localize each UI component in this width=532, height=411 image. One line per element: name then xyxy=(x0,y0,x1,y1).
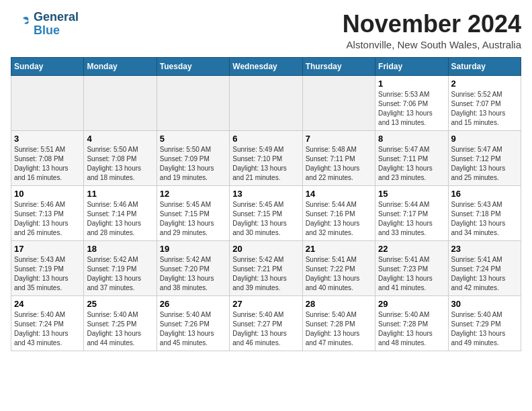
day-info: Sunrise: 5:45 AMSunset: 7:15 PMDaylight:… xyxy=(232,200,299,238)
day-number: 28 xyxy=(306,299,372,309)
day-info: Sunrise: 5:50 AMSunset: 7:08 PMDaylight:… xyxy=(87,145,153,183)
location-subtitle: Alstonville, New South Wales, Australia xyxy=(343,39,521,50)
day-number: 30 xyxy=(451,299,518,309)
day-number: 4 xyxy=(87,134,153,144)
day-number: 25 xyxy=(87,299,153,309)
calendar-cell: 24Sunrise: 5:40 AMSunset: 7:24 PMDayligh… xyxy=(11,295,84,351)
day-info: Sunrise: 5:40 AMSunset: 7:27 PMDaylight:… xyxy=(232,310,299,348)
logo-line1: General xyxy=(34,11,79,24)
day-info: Sunrise: 5:41 AMSunset: 7:22 PMDaylight:… xyxy=(306,255,372,293)
col-header-tuesday: Tuesday xyxy=(157,57,229,75)
day-info: Sunrise: 5:50 AMSunset: 7:09 PMDaylight:… xyxy=(160,145,226,183)
calendar-cell: 14Sunrise: 5:44 AMSunset: 7:16 PMDayligh… xyxy=(302,185,375,240)
calendar-cell: 26Sunrise: 5:40 AMSunset: 7:26 PMDayligh… xyxy=(157,295,229,351)
day-info: Sunrise: 5:47 AMSunset: 7:11 PMDaylight:… xyxy=(378,145,445,183)
day-info: Sunrise: 5:42 AMSunset: 7:20 PMDaylight:… xyxy=(160,255,226,293)
calendar-cell xyxy=(11,75,84,130)
calendar-cell: 6Sunrise: 5:49 AMSunset: 7:10 PMDaylight… xyxy=(230,130,302,185)
calendar-cell xyxy=(230,75,302,130)
day-number: 22 xyxy=(378,244,445,254)
day-info: Sunrise: 5:44 AMSunset: 7:17 PMDaylight:… xyxy=(378,200,445,238)
calendar-cell xyxy=(157,75,229,130)
col-header-friday: Friday xyxy=(375,57,448,75)
calendar-cell: 4Sunrise: 5:50 AMSunset: 7:08 PMDaylight… xyxy=(84,130,157,185)
day-number: 29 xyxy=(378,299,445,309)
calendar-cell: 29Sunrise: 5:40 AMSunset: 7:28 PMDayligh… xyxy=(375,295,448,351)
calendar-cell: 7Sunrise: 5:48 AMSunset: 7:11 PMDaylight… xyxy=(302,130,375,185)
calendar-week-row: 3Sunrise: 5:51 AMSunset: 7:08 PMDaylight… xyxy=(11,130,521,185)
col-header-saturday: Saturday xyxy=(448,57,521,75)
day-info: Sunrise: 5:47 AMSunset: 7:12 PMDaylight:… xyxy=(451,145,518,183)
day-number: 14 xyxy=(306,189,372,199)
day-number: 6 xyxy=(232,134,299,144)
calendar-cell: 19Sunrise: 5:42 AMSunset: 7:20 PMDayligh… xyxy=(157,240,229,295)
calendar-cell: 30Sunrise: 5:40 AMSunset: 7:29 PMDayligh… xyxy=(448,295,521,351)
logo-line2: Blue xyxy=(34,24,79,38)
calendar-cell: 9Sunrise: 5:47 AMSunset: 7:12 PMDaylight… xyxy=(448,130,521,185)
calendar-cell: 28Sunrise: 5:40 AMSunset: 7:28 PMDayligh… xyxy=(302,295,375,351)
calendar-cell: 13Sunrise: 5:45 AMSunset: 7:15 PMDayligh… xyxy=(230,185,302,240)
logo-bird-icon xyxy=(11,14,31,34)
day-info: Sunrise: 5:40 AMSunset: 7:26 PMDaylight:… xyxy=(160,310,226,348)
day-number: 1 xyxy=(378,79,445,89)
day-number: 11 xyxy=(87,189,153,199)
day-info: Sunrise: 5:40 AMSunset: 7:24 PMDaylight:… xyxy=(14,310,81,348)
day-number: 17 xyxy=(14,244,81,254)
calendar-week-row: 10Sunrise: 5:46 AMSunset: 7:13 PMDayligh… xyxy=(11,185,521,240)
col-header-monday: Monday xyxy=(84,57,157,75)
calendar-cell: 18Sunrise: 5:42 AMSunset: 7:19 PMDayligh… xyxy=(84,240,157,295)
header: General Blue November 2024 Alstonville, … xyxy=(11,11,521,50)
day-number: 19 xyxy=(160,244,226,254)
calendar-cell: 10Sunrise: 5:46 AMSunset: 7:13 PMDayligh… xyxy=(11,185,84,240)
day-info: Sunrise: 5:52 AMSunset: 7:07 PMDaylight:… xyxy=(451,90,518,128)
day-info: Sunrise: 5:40 AMSunset: 7:28 PMDaylight:… xyxy=(306,310,372,348)
day-number: 24 xyxy=(14,299,81,309)
calendar-cell xyxy=(84,75,157,130)
day-info: Sunrise: 5:46 AMSunset: 7:13 PMDaylight:… xyxy=(14,200,81,238)
day-number: 7 xyxy=(306,134,372,144)
calendar-cell: 22Sunrise: 5:41 AMSunset: 7:23 PMDayligh… xyxy=(375,240,448,295)
calendar-cell: 15Sunrise: 5:44 AMSunset: 7:17 PMDayligh… xyxy=(375,185,448,240)
calendar-table: SundayMondayTuesdayWednesdayThursdayFrid… xyxy=(11,57,521,351)
day-info: Sunrise: 5:51 AMSunset: 7:08 PMDaylight:… xyxy=(14,145,81,183)
col-header-wednesday: Wednesday xyxy=(230,57,302,75)
day-info: Sunrise: 5:44 AMSunset: 7:16 PMDaylight:… xyxy=(306,200,372,238)
day-info: Sunrise: 5:48 AMSunset: 7:11 PMDaylight:… xyxy=(306,145,372,183)
calendar-week-row: 1Sunrise: 5:53 AMSunset: 7:06 PMDaylight… xyxy=(11,75,521,130)
calendar-week-row: 17Sunrise: 5:43 AMSunset: 7:19 PMDayligh… xyxy=(11,240,521,295)
day-info: Sunrise: 5:43 AMSunset: 7:18 PMDaylight:… xyxy=(451,200,518,238)
day-number: 15 xyxy=(378,189,445,199)
day-info: Sunrise: 5:53 AMSunset: 7:06 PMDaylight:… xyxy=(378,90,445,128)
calendar-cell: 11Sunrise: 5:46 AMSunset: 7:14 PMDayligh… xyxy=(84,185,157,240)
col-header-sunday: Sunday xyxy=(11,57,84,75)
day-info: Sunrise: 5:43 AMSunset: 7:19 PMDaylight:… xyxy=(14,255,81,293)
day-info: Sunrise: 5:40 AMSunset: 7:29 PMDaylight:… xyxy=(451,310,518,348)
calendar-cell: 16Sunrise: 5:43 AMSunset: 7:18 PMDayligh… xyxy=(448,185,521,240)
day-number: 21 xyxy=(306,244,372,254)
day-number: 10 xyxy=(14,189,81,199)
day-number: 16 xyxy=(451,189,518,199)
day-number: 3 xyxy=(14,134,81,144)
calendar-cell: 8Sunrise: 5:47 AMSunset: 7:11 PMDaylight… xyxy=(375,130,448,185)
day-info: Sunrise: 5:42 AMSunset: 7:19 PMDaylight:… xyxy=(87,255,153,293)
day-number: 8 xyxy=(378,134,445,144)
day-info: Sunrise: 5:41 AMSunset: 7:24 PMDaylight:… xyxy=(451,255,518,293)
calendar-cell: 20Sunrise: 5:42 AMSunset: 7:21 PMDayligh… xyxy=(230,240,302,295)
calendar-cell: 1Sunrise: 5:53 AMSunset: 7:06 PMDaylight… xyxy=(375,75,448,130)
day-number: 12 xyxy=(160,189,226,199)
day-info: Sunrise: 5:42 AMSunset: 7:21 PMDaylight:… xyxy=(232,255,299,293)
day-info: Sunrise: 5:49 AMSunset: 7:10 PMDaylight:… xyxy=(232,145,299,183)
day-number: 5 xyxy=(160,134,226,144)
day-number: 9 xyxy=(451,134,518,144)
day-number: 13 xyxy=(232,189,299,199)
month-title: November 2024 xyxy=(343,11,521,38)
logo: General Blue xyxy=(11,11,79,38)
day-number: 20 xyxy=(232,244,299,254)
calendar-cell: 3Sunrise: 5:51 AMSunset: 7:08 PMDaylight… xyxy=(11,130,84,185)
day-number: 18 xyxy=(87,244,153,254)
day-number: 2 xyxy=(451,79,518,89)
day-number: 23 xyxy=(451,244,518,254)
calendar-cell: 2Sunrise: 5:52 AMSunset: 7:07 PMDaylight… xyxy=(448,75,521,130)
calendar-cell: 12Sunrise: 5:45 AMSunset: 7:15 PMDayligh… xyxy=(157,185,229,240)
calendar-header-row: SundayMondayTuesdayWednesdayThursdayFrid… xyxy=(11,57,521,75)
